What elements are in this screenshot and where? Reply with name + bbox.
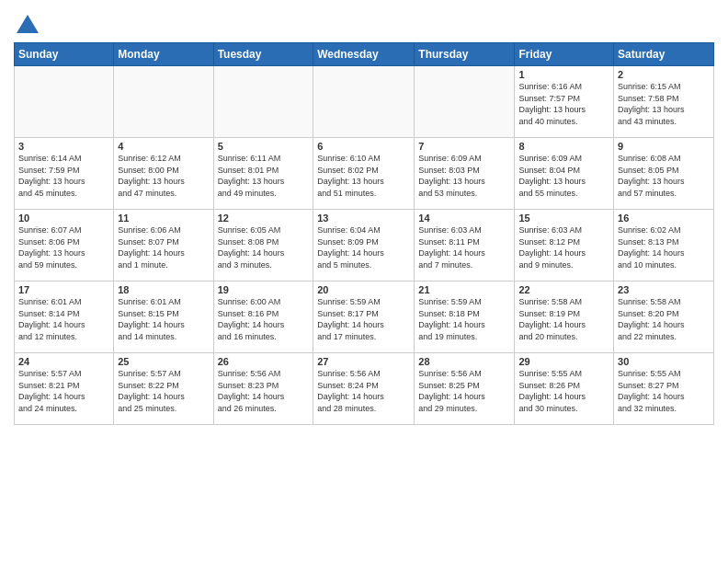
day-cell: 12Sunrise: 6:05 AM Sunset: 8:08 PM Dayli… [213,210,313,282]
day-number: 11 [118,213,209,224]
day-cell: 17Sunrise: 6:01 AM Sunset: 8:14 PM Dayli… [15,282,114,353]
day-info: Sunrise: 5:59 AM Sunset: 8:17 PM Dayligh… [317,296,410,342]
day-info: Sunrise: 5:58 AM Sunset: 8:20 PM Dayligh… [618,296,710,342]
day-cell: 6Sunrise: 6:10 AM Sunset: 8:02 PM Daylig… [313,138,415,210]
header-row: SundayMondayTuesdayWednesdayThursdayFrid… [15,43,714,66]
day-cell [15,66,114,138]
day-cell: 9Sunrise: 6:08 AM Sunset: 8:05 PM Daylig… [614,138,714,210]
day-info: Sunrise: 6:11 AM Sunset: 8:01 PM Dayligh… [218,153,310,199]
header-tuesday: Tuesday [213,43,313,66]
day-info: Sunrise: 5:55 AM Sunset: 8:27 PM Dayligh… [618,368,710,414]
day-number: 2 [618,69,710,80]
day-info: Sunrise: 6:09 AM Sunset: 8:04 PM Dayligh… [518,153,609,199]
day-cell [415,66,515,138]
day-info: Sunrise: 6:01 AM Sunset: 8:14 PM Dayligh… [18,296,109,342]
day-number: 14 [418,213,510,224]
day-info: Sunrise: 5:56 AM Sunset: 8:24 PM Dayligh… [317,368,410,414]
day-cell: 30Sunrise: 5:55 AM Sunset: 8:27 PM Dayli… [614,353,714,425]
day-info: Sunrise: 5:56 AM Sunset: 8:25 PM Dayligh… [418,368,510,414]
day-cell: 3Sunrise: 6:14 AM Sunset: 7:59 PM Daylig… [15,138,114,210]
day-info: Sunrise: 6:16 AM Sunset: 7:57 PM Dayligh… [518,81,609,127]
day-number: 5 [218,141,310,152]
day-cell: 25Sunrise: 5:57 AM Sunset: 8:22 PM Dayli… [114,353,213,425]
day-cell: 18Sunrise: 6:01 AM Sunset: 8:15 PM Dayli… [114,282,213,353]
logo [14,13,40,35]
day-number: 16 [618,213,710,224]
day-info: Sunrise: 6:04 AM Sunset: 8:09 PM Dayligh… [317,224,410,270]
day-number: 9 [618,141,710,152]
day-cell: 29Sunrise: 5:55 AM Sunset: 8:26 PM Dayli… [515,353,614,425]
day-number: 27 [317,356,410,367]
day-cell: 10Sunrise: 6:07 AM Sunset: 8:06 PM Dayli… [15,210,114,282]
day-number: 24 [18,356,109,367]
day-cell: 11Sunrise: 6:06 AM Sunset: 8:07 PM Dayli… [114,210,213,282]
day-info: Sunrise: 5:57 AM Sunset: 8:22 PM Dayligh… [118,368,209,414]
day-info: Sunrise: 6:03 AM Sunset: 8:11 PM Dayligh… [418,224,510,270]
day-number: 8 [518,141,609,152]
day-number: 29 [518,356,609,367]
day-number: 6 [317,141,410,152]
week-row-3: 17Sunrise: 6:01 AM Sunset: 8:14 PM Dayli… [15,282,714,353]
day-cell: 16Sunrise: 6:02 AM Sunset: 8:13 PM Dayli… [614,210,714,282]
day-cell: 22Sunrise: 5:58 AM Sunset: 8:19 PM Dayli… [515,282,614,353]
day-info: Sunrise: 5:55 AM Sunset: 8:26 PM Dayligh… [518,368,609,414]
day-info: Sunrise: 6:02 AM Sunset: 8:13 PM Dayligh… [618,224,710,270]
day-cell: 2Sunrise: 6:15 AM Sunset: 7:58 PM Daylig… [614,66,714,138]
day-info: Sunrise: 5:59 AM Sunset: 8:18 PM Dayligh… [418,296,510,342]
day-cell: 24Sunrise: 5:57 AM Sunset: 8:21 PM Dayli… [15,353,114,425]
day-number: 3 [18,141,109,152]
day-cell: 23Sunrise: 5:58 AM Sunset: 8:20 PM Dayli… [614,282,714,353]
day-cell: 15Sunrise: 6:03 AM Sunset: 8:12 PM Dayli… [515,210,614,282]
day-number: 4 [118,141,209,152]
day-number: 21 [418,284,510,295]
day-info: Sunrise: 5:56 AM Sunset: 8:23 PM Dayligh… [218,368,310,414]
header-friday: Friday [515,43,614,66]
week-row-0: 1Sunrise: 6:16 AM Sunset: 7:57 PM Daylig… [15,66,714,138]
day-info: Sunrise: 6:08 AM Sunset: 8:05 PM Dayligh… [618,153,710,199]
header-sunday: Sunday [15,43,114,66]
day-info: Sunrise: 6:12 AM Sunset: 8:00 PM Dayligh… [118,153,209,199]
day-cell [213,66,313,138]
header [14,9,714,35]
day-info: Sunrise: 5:58 AM Sunset: 8:19 PM Dayligh… [518,296,609,342]
day-cell: 27Sunrise: 5:56 AM Sunset: 8:24 PM Dayli… [313,353,415,425]
day-cell: 26Sunrise: 5:56 AM Sunset: 8:23 PM Dayli… [213,353,313,425]
day-number: 13 [317,213,410,224]
header-monday: Monday [114,43,213,66]
day-cell: 5Sunrise: 6:11 AM Sunset: 8:01 PM Daylig… [213,138,313,210]
day-number: 12 [218,213,310,224]
day-info: Sunrise: 6:07 AM Sunset: 8:06 PM Dayligh… [18,224,109,270]
day-info: Sunrise: 6:01 AM Sunset: 8:15 PM Dayligh… [118,296,209,342]
day-cell: 21Sunrise: 5:59 AM Sunset: 8:18 PM Dayli… [415,282,515,353]
day-info: Sunrise: 5:57 AM Sunset: 8:21 PM Dayligh… [18,368,109,414]
day-info: Sunrise: 6:03 AM Sunset: 8:12 PM Dayligh… [518,224,609,270]
page-container: SundayMondayTuesdayWednesdayThursdayFrid… [0,0,728,434]
header-wednesday: Wednesday [313,43,415,66]
day-cell: 1Sunrise: 6:16 AM Sunset: 7:57 PM Daylig… [515,66,614,138]
logo-icon [15,13,40,39]
svg-marker-0 [17,15,39,33]
day-cell: 14Sunrise: 6:03 AM Sunset: 8:11 PM Dayli… [415,210,515,282]
day-cell: 4Sunrise: 6:12 AM Sunset: 8:00 PM Daylig… [114,138,213,210]
day-number: 20 [317,284,410,295]
day-number: 23 [618,284,710,295]
day-number: 1 [518,69,609,80]
day-number: 26 [218,356,310,367]
day-number: 7 [418,141,510,152]
day-number: 30 [618,356,710,367]
day-cell: 7Sunrise: 6:09 AM Sunset: 8:03 PM Daylig… [415,138,515,210]
day-number: 18 [118,284,209,295]
week-row-1: 3Sunrise: 6:14 AM Sunset: 7:59 PM Daylig… [15,138,714,210]
day-number: 17 [18,284,109,295]
week-row-4: 24Sunrise: 5:57 AM Sunset: 8:21 PM Dayli… [15,353,714,425]
day-info: Sunrise: 6:00 AM Sunset: 8:16 PM Dayligh… [218,296,310,342]
day-number: 19 [218,284,310,295]
day-cell [114,66,213,138]
day-cell: 20Sunrise: 5:59 AM Sunset: 8:17 PM Dayli… [313,282,415,353]
day-number: 15 [518,213,609,224]
day-cell: 13Sunrise: 6:04 AM Sunset: 8:09 PM Dayli… [313,210,415,282]
calendar: SundayMondayTuesdayWednesdayThursdayFrid… [14,42,714,425]
header-saturday: Saturday [614,43,714,66]
day-info: Sunrise: 6:09 AM Sunset: 8:03 PM Dayligh… [418,153,510,199]
day-cell: 8Sunrise: 6:09 AM Sunset: 8:04 PM Daylig… [515,138,614,210]
